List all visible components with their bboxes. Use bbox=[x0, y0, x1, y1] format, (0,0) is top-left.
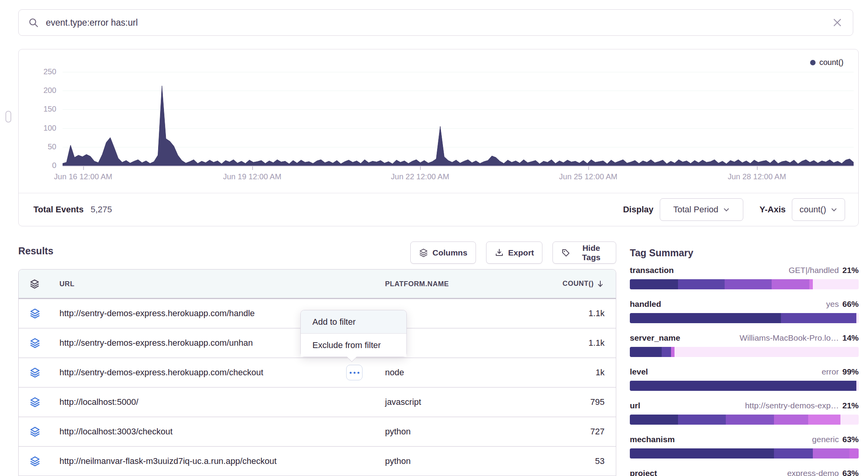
tag-bar-segment bbox=[726, 415, 774, 425]
x-axis-tick-label: Jun 16 12:00 AM bbox=[54, 172, 112, 181]
tag-summary-row: projectexpress-demo63% bbox=[630, 469, 859, 476]
column-header-url[interactable]: URL bbox=[59, 280, 75, 288]
url-cell[interactable]: http://neilmanvar-flask-m3uuizd7iq-uc.a.… bbox=[59, 456, 277, 466]
chart-footer: Total Events 5,275 Display Total Period … bbox=[19, 193, 858, 226]
count-cell: 1.1k bbox=[588, 338, 605, 348]
platform-cell[interactable]: python bbox=[385, 456, 411, 466]
hide-tags-button[interactable]: Hide Tags bbox=[553, 242, 616, 264]
table-row[interactable]: http://neilmanvar-flask-m3uuizd7iq-uc.a.… bbox=[19, 447, 616, 476]
sidebar-collapse-handle[interactable] bbox=[5, 111, 11, 122]
table-row[interactable]: http://localhost:3003/checkoutpython727 bbox=[19, 417, 616, 447]
tag-bar-segment bbox=[630, 448, 774, 458]
tag-icon bbox=[561, 248, 570, 257]
tag-bar-segment bbox=[675, 347, 859, 357]
stack-icon bbox=[30, 426, 40, 437]
url-cell[interactable]: http://sentry-demos-express.herokuapp.co… bbox=[59, 368, 263, 378]
y-axis-select-value: count() bbox=[800, 205, 826, 215]
tag-distribution-bar[interactable] bbox=[630, 381, 859, 391]
chevron-down-icon bbox=[831, 206, 837, 213]
x-axis-tick bbox=[252, 166, 253, 170]
results-title: Results bbox=[18, 245, 53, 257]
tag-top-value: express-demo bbox=[787, 469, 839, 476]
tag-bar-segment bbox=[630, 347, 662, 357]
x-axis-tick bbox=[757, 166, 758, 170]
count-cell: 727 bbox=[590, 427, 605, 437]
tag-bar-segment bbox=[630, 313, 781, 323]
tag-summary-row: levelerror99% bbox=[630, 367, 859, 391]
tag-distribution-bar[interactable] bbox=[630, 448, 859, 458]
tag-bar-segment bbox=[678, 279, 725, 289]
export-button[interactable]: Export bbox=[486, 242, 543, 264]
tag-summary-row: server_nameWilliams-MacBook-Pro.lo…14% bbox=[630, 333, 859, 357]
tag-bar-segment bbox=[772, 279, 809, 289]
tag-top-value: error bbox=[822, 367, 839, 376]
tag-name: handled bbox=[630, 299, 661, 309]
tag-name: server_name bbox=[630, 333, 680, 343]
tag-top-percent: 63% bbox=[842, 469, 859, 476]
url-cell[interactable]: http://sentry-demos-express.herokuapp.co… bbox=[59, 338, 253, 348]
url-cell[interactable]: http://sentry-demos-express.herokuapp.co… bbox=[59, 308, 255, 318]
y-axis-tick-label: 250 bbox=[31, 67, 56, 76]
search-bar bbox=[18, 9, 853, 36]
sort-desc-arrow-icon bbox=[596, 280, 605, 288]
x-axis-tick bbox=[83, 166, 84, 170]
tag-distribution-bar[interactable] bbox=[630, 279, 859, 289]
search-icon bbox=[28, 17, 39, 28]
y-axis-label: Y-Axis bbox=[760, 205, 786, 215]
table-row[interactable]: http://localhost:5000/javascript795 bbox=[19, 388, 616, 417]
display-select[interactable]: Total Period bbox=[660, 198, 743, 221]
table-header-row: URL PLATFORM.NAME COUNT() bbox=[19, 270, 616, 299]
y-axis-tick-label: 150 bbox=[31, 105, 56, 114]
url-cell[interactable]: http://localhost:3003/checkout bbox=[59, 427, 173, 437]
x-axis-tick-label: Jun 22 12:00 AM bbox=[391, 172, 449, 181]
count-cell: 53 bbox=[595, 456, 605, 466]
platform-cell[interactable]: javascript bbox=[385, 397, 421, 407]
tag-bar-segment bbox=[630, 415, 678, 425]
tag-top-value: http://sentry-demos-exp… bbox=[745, 401, 839, 410]
chevron-down-icon bbox=[723, 206, 730, 213]
tag-name: level bbox=[630, 367, 648, 376]
table-row[interactable]: http://sentry-demos-express.herokuapp.co… bbox=[19, 358, 616, 388]
tag-top-percent: 21% bbox=[842, 401, 859, 410]
clear-search-button[interactable] bbox=[832, 17, 844, 28]
total-events-value: 5,275 bbox=[91, 205, 112, 215]
count-header-label: COUNT() bbox=[563, 280, 594, 288]
tag-bar-segment bbox=[725, 279, 772, 289]
tag-name: project bbox=[630, 469, 657, 476]
stack-icon bbox=[419, 248, 428, 257]
url-cell[interactable]: http://localhost:5000/ bbox=[59, 397, 138, 407]
tag-top-percent: 99% bbox=[842, 367, 859, 376]
platform-cell[interactable]: python bbox=[385, 427, 411, 437]
hide-tags-button-label: Hide Tags bbox=[575, 243, 608, 262]
tag-top-percent: 66% bbox=[842, 299, 859, 309]
tag-distribution-bar[interactable] bbox=[630, 313, 859, 323]
platform-cell[interactable]: node bbox=[385, 368, 404, 378]
cell-actions-menu: Add to filterExclude from filter bbox=[300, 310, 407, 357]
column-header-platform[interactable]: PLATFORM.NAME bbox=[385, 280, 449, 288]
tag-top-value: yes bbox=[826, 299, 839, 309]
column-header-count[interactable]: COUNT() bbox=[563, 280, 605, 288]
tag-name: mechanism bbox=[630, 435, 675, 444]
tag-summary-panel: Tag Summary transactionGET|/handled21%ha… bbox=[630, 247, 859, 476]
search-input[interactable] bbox=[45, 17, 832, 28]
tag-bar-segment bbox=[849, 448, 859, 458]
tag-bar-segment bbox=[630, 381, 856, 391]
export-button-label: Export bbox=[508, 248, 534, 257]
menu-item-add-to-filter[interactable]: Add to filter bbox=[301, 310, 406, 334]
y-axis-select[interactable]: count() bbox=[792, 198, 845, 221]
tag-name: transaction bbox=[630, 266, 674, 275]
tag-top-value: generic bbox=[812, 435, 839, 444]
tag-bar-segment bbox=[813, 448, 849, 458]
stack-icon bbox=[30, 279, 40, 289]
y-axis-tick-label: 100 bbox=[31, 124, 56, 133]
cell-actions-button[interactable] bbox=[346, 365, 363, 380]
columns-button[interactable]: Columns bbox=[410, 242, 476, 264]
dot-icon bbox=[354, 372, 356, 374]
columns-button-label: Columns bbox=[432, 248, 467, 257]
tag-distribution-bar[interactable] bbox=[630, 347, 859, 357]
tag-summary-rows: transactionGET|/handled21%handledyes66%s… bbox=[630, 266, 859, 476]
tag-distribution-bar[interactable] bbox=[630, 415, 859, 425]
tag-bar-segment bbox=[774, 415, 808, 425]
tag-bar-segment bbox=[662, 347, 671, 357]
tag-top-percent: 63% bbox=[842, 435, 859, 444]
